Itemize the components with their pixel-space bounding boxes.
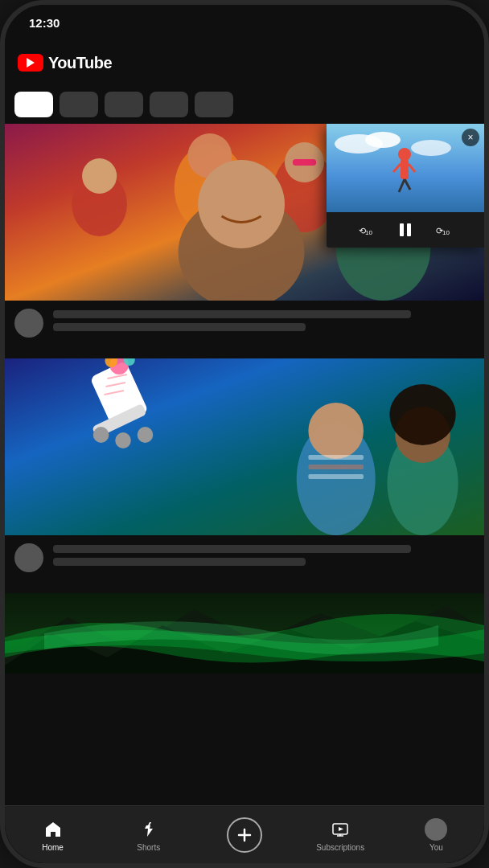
mini-pause-button[interactable] <box>394 219 417 241</box>
svg-point-47 <box>389 384 455 445</box>
video-meta-1 <box>5 301 484 346</box>
chip-3[interactable] <box>105 92 143 117</box>
chip-4[interactable] <box>150 92 188 117</box>
channel-avatar-2 <box>14 543 43 572</box>
nav-item-you[interactable]: You <box>412 818 460 852</box>
create-button[interactable] <box>227 817 262 853</box>
svg-rect-13 <box>407 223 411 236</box>
mini-player-controls: ⟲ 10 ⟳ 10 <box>327 212 484 248</box>
chip-2[interactable] <box>60 92 98 117</box>
mini-player[interactable]: × ⟲ 10 <box>327 124 484 248</box>
nav-label-shorts: Shorts <box>137 843 160 852</box>
svg-point-4 <box>398 148 411 161</box>
svg-point-41 <box>308 403 364 459</box>
nav-label-subscriptions: Subscriptions <box>316 843 364 852</box>
svg-text:10: 10 <box>365 229 372 236</box>
header: YouTube <box>5 40 484 85</box>
video-title-line-1 <box>53 310 411 318</box>
video-card-2[interactable] <box>5 358 484 580</box>
thumb2-svg <box>5 358 484 535</box>
video-meta-2 <box>5 535 484 580</box>
channel-avatar-1 <box>14 309 43 338</box>
youtube-logo[interactable]: YouTube <box>18 54 112 72</box>
svg-point-31 <box>93 427 109 443</box>
video-info-2 <box>53 545 475 571</box>
phone-screen: 12:30 YouTube <box>5 5 484 863</box>
video-card-3[interactable] <box>5 593 484 674</box>
svg-point-2 <box>365 132 401 148</box>
svg-point-32 <box>115 432 131 448</box>
thumb3-svg <box>5 593 484 674</box>
svg-rect-12 <box>400 223 404 236</box>
nav-item-home[interactable]: Home <box>29 818 77 852</box>
content-area: × ⟲ 10 <box>5 124 484 805</box>
subscriptions-icon <box>329 818 351 841</box>
video-subtitle-line-2 <box>53 558 306 566</box>
svg-point-33 <box>138 427 154 443</box>
svg-point-18 <box>82 158 117 194</box>
user-avatar <box>425 818 447 841</box>
nav-item-create[interactable] <box>220 817 269 853</box>
youtube-logo-text: YouTube <box>48 54 112 72</box>
mini-player-thumbnail: × <box>327 124 484 212</box>
status-time: 12:30 <box>29 16 60 30</box>
video-title-line-2 <box>53 545 411 553</box>
mini-player-close[interactable]: × <box>462 129 479 146</box>
nav-label-you: You <box>429 843 443 852</box>
svg-point-3 <box>411 140 451 156</box>
mini-rewind-button[interactable]: ⟲ 10 <box>355 219 378 241</box>
svg-rect-5 <box>401 159 409 179</box>
status-bar: 12:30 <box>5 5 484 40</box>
chip-5[interactable] <box>195 92 233 117</box>
svg-rect-44 <box>308 474 364 479</box>
nav-label-home: Home <box>42 843 64 852</box>
mini-forward-button[interactable]: ⟳ 10 <box>433 219 455 241</box>
nav-item-subscriptions[interactable]: Subscriptions <box>316 818 364 852</box>
shorts-icon <box>138 818 160 841</box>
svg-point-25 <box>198 160 285 248</box>
svg-rect-42 <box>308 455 364 460</box>
phone-frame: 12:30 YouTube <box>0 0 489 868</box>
video-info-1 <box>53 310 475 336</box>
bottom-nav: Home Shorts <box>5 805 484 863</box>
svg-marker-56 <box>339 827 343 831</box>
video-thumbnail-3 <box>5 593 484 674</box>
category-bar <box>5 85 484 124</box>
svg-rect-23 <box>293 159 316 166</box>
nav-item-shorts[interactable]: Shorts <box>125 818 173 852</box>
video-thumbnail-2 <box>5 358 484 535</box>
mini-thumb-svg <box>327 124 484 212</box>
chip-1[interactable] <box>14 92 53 117</box>
svg-rect-43 <box>308 465 364 469</box>
home-icon <box>42 818 64 841</box>
youtube-icon <box>18 54 43 72</box>
svg-text:10: 10 <box>442 229 450 236</box>
video-subtitle-line-1 <box>53 323 306 331</box>
